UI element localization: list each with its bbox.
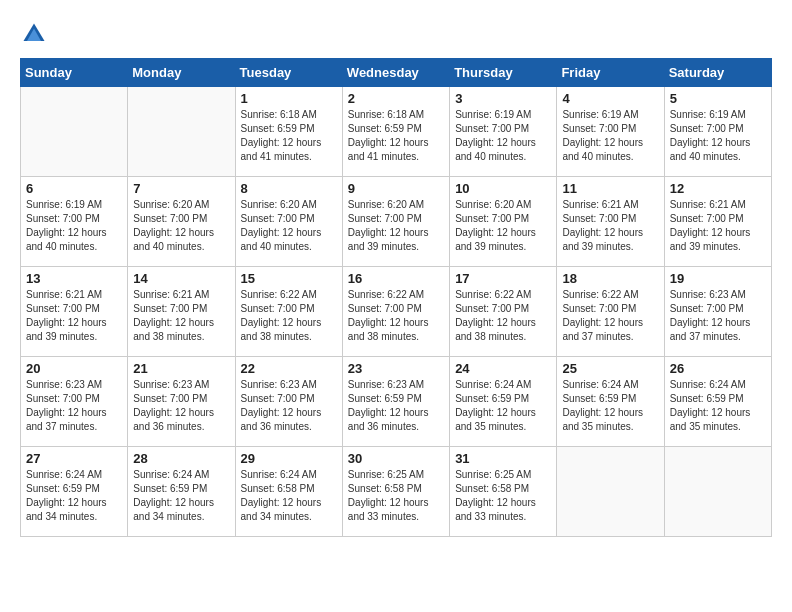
day-number: 8 xyxy=(241,181,337,196)
calendar-header-row: SundayMondayTuesdayWednesdayThursdayFrid… xyxy=(21,59,772,87)
calendar-cell: 10Sunrise: 6:20 AM Sunset: 7:00 PM Dayli… xyxy=(450,177,557,267)
day-number: 28 xyxy=(133,451,229,466)
calendar-week-row: 6Sunrise: 6:19 AM Sunset: 7:00 PM Daylig… xyxy=(21,177,772,267)
day-number: 15 xyxy=(241,271,337,286)
day-number: 27 xyxy=(26,451,122,466)
day-info: Sunrise: 6:23 AM Sunset: 7:00 PM Dayligh… xyxy=(670,288,766,344)
day-info: Sunrise: 6:22 AM Sunset: 7:00 PM Dayligh… xyxy=(562,288,658,344)
day-of-week-header: Wednesday xyxy=(342,59,449,87)
calendar-cell: 5Sunrise: 6:19 AM Sunset: 7:00 PM Daylig… xyxy=(664,87,771,177)
day-info: Sunrise: 6:25 AM Sunset: 6:58 PM Dayligh… xyxy=(455,468,551,524)
day-info: Sunrise: 6:19 AM Sunset: 7:00 PM Dayligh… xyxy=(670,108,766,164)
day-info: Sunrise: 6:18 AM Sunset: 6:59 PM Dayligh… xyxy=(241,108,337,164)
day-number: 10 xyxy=(455,181,551,196)
day-info: Sunrise: 6:20 AM Sunset: 7:00 PM Dayligh… xyxy=(348,198,444,254)
day-number: 29 xyxy=(241,451,337,466)
day-info: Sunrise: 6:22 AM Sunset: 7:00 PM Dayligh… xyxy=(348,288,444,344)
day-info: Sunrise: 6:23 AM Sunset: 7:00 PM Dayligh… xyxy=(26,378,122,434)
day-number: 26 xyxy=(670,361,766,376)
calendar-cell: 24Sunrise: 6:24 AM Sunset: 6:59 PM Dayli… xyxy=(450,357,557,447)
calendar-cell: 23Sunrise: 6:23 AM Sunset: 6:59 PM Dayli… xyxy=(342,357,449,447)
calendar-cell: 31Sunrise: 6:25 AM Sunset: 6:58 PM Dayli… xyxy=(450,447,557,537)
day-number: 1 xyxy=(241,91,337,106)
calendar-cell: 4Sunrise: 6:19 AM Sunset: 7:00 PM Daylig… xyxy=(557,87,664,177)
day-info: Sunrise: 6:21 AM Sunset: 7:00 PM Dayligh… xyxy=(670,198,766,254)
calendar-cell: 9Sunrise: 6:20 AM Sunset: 7:00 PM Daylig… xyxy=(342,177,449,267)
day-of-week-header: Tuesday xyxy=(235,59,342,87)
day-number: 12 xyxy=(670,181,766,196)
calendar-cell: 25Sunrise: 6:24 AM Sunset: 6:59 PM Dayli… xyxy=(557,357,664,447)
calendar-cell: 19Sunrise: 6:23 AM Sunset: 7:00 PM Dayli… xyxy=(664,267,771,357)
day-number: 9 xyxy=(348,181,444,196)
day-info: Sunrise: 6:24 AM Sunset: 6:58 PM Dayligh… xyxy=(241,468,337,524)
day-info: Sunrise: 6:24 AM Sunset: 6:59 PM Dayligh… xyxy=(562,378,658,434)
calendar-cell: 6Sunrise: 6:19 AM Sunset: 7:00 PM Daylig… xyxy=(21,177,128,267)
calendar-cell xyxy=(557,447,664,537)
day-number: 13 xyxy=(26,271,122,286)
calendar-cell xyxy=(21,87,128,177)
day-number: 6 xyxy=(26,181,122,196)
calendar-cell: 27Sunrise: 6:24 AM Sunset: 6:59 PM Dayli… xyxy=(21,447,128,537)
calendar-cell: 2Sunrise: 6:18 AM Sunset: 6:59 PM Daylig… xyxy=(342,87,449,177)
page-header xyxy=(20,20,772,48)
calendar-cell: 1Sunrise: 6:18 AM Sunset: 6:59 PM Daylig… xyxy=(235,87,342,177)
day-info: Sunrise: 6:23 AM Sunset: 7:00 PM Dayligh… xyxy=(133,378,229,434)
day-info: Sunrise: 6:21 AM Sunset: 7:00 PM Dayligh… xyxy=(133,288,229,344)
calendar-cell: 29Sunrise: 6:24 AM Sunset: 6:58 PM Dayli… xyxy=(235,447,342,537)
calendar-cell: 28Sunrise: 6:24 AM Sunset: 6:59 PM Dayli… xyxy=(128,447,235,537)
day-info: Sunrise: 6:18 AM Sunset: 6:59 PM Dayligh… xyxy=(348,108,444,164)
calendar-cell: 21Sunrise: 6:23 AM Sunset: 7:00 PM Dayli… xyxy=(128,357,235,447)
day-info: Sunrise: 6:24 AM Sunset: 6:59 PM Dayligh… xyxy=(26,468,122,524)
day-number: 11 xyxy=(562,181,658,196)
day-info: Sunrise: 6:22 AM Sunset: 7:00 PM Dayligh… xyxy=(455,288,551,344)
day-info: Sunrise: 6:19 AM Sunset: 7:00 PM Dayligh… xyxy=(562,108,658,164)
day-number: 16 xyxy=(348,271,444,286)
day-number: 2 xyxy=(348,91,444,106)
calendar-cell: 7Sunrise: 6:20 AM Sunset: 7:00 PM Daylig… xyxy=(128,177,235,267)
calendar-cell: 15Sunrise: 6:22 AM Sunset: 7:00 PM Dayli… xyxy=(235,267,342,357)
day-info: Sunrise: 6:20 AM Sunset: 7:00 PM Dayligh… xyxy=(455,198,551,254)
calendar-cell: 26Sunrise: 6:24 AM Sunset: 6:59 PM Dayli… xyxy=(664,357,771,447)
calendar-cell: 30Sunrise: 6:25 AM Sunset: 6:58 PM Dayli… xyxy=(342,447,449,537)
day-number: 5 xyxy=(670,91,766,106)
day-info: Sunrise: 6:23 AM Sunset: 6:59 PM Dayligh… xyxy=(348,378,444,434)
calendar-cell: 3Sunrise: 6:19 AM Sunset: 7:00 PM Daylig… xyxy=(450,87,557,177)
calendar-week-row: 27Sunrise: 6:24 AM Sunset: 6:59 PM Dayli… xyxy=(21,447,772,537)
day-info: Sunrise: 6:19 AM Sunset: 7:00 PM Dayligh… xyxy=(26,198,122,254)
day-info: Sunrise: 6:19 AM Sunset: 7:00 PM Dayligh… xyxy=(455,108,551,164)
day-number: 24 xyxy=(455,361,551,376)
day-number: 3 xyxy=(455,91,551,106)
calendar-week-row: 13Sunrise: 6:21 AM Sunset: 7:00 PM Dayli… xyxy=(21,267,772,357)
day-of-week-header: Monday xyxy=(128,59,235,87)
day-info: Sunrise: 6:23 AM Sunset: 7:00 PM Dayligh… xyxy=(241,378,337,434)
calendar-cell: 17Sunrise: 6:22 AM Sunset: 7:00 PM Dayli… xyxy=(450,267,557,357)
day-number: 25 xyxy=(562,361,658,376)
day-of-week-header: Sunday xyxy=(21,59,128,87)
logo xyxy=(20,20,50,48)
calendar-cell: 18Sunrise: 6:22 AM Sunset: 7:00 PM Dayli… xyxy=(557,267,664,357)
day-info: Sunrise: 6:20 AM Sunset: 7:00 PM Dayligh… xyxy=(133,198,229,254)
day-number: 23 xyxy=(348,361,444,376)
day-info: Sunrise: 6:21 AM Sunset: 7:00 PM Dayligh… xyxy=(562,198,658,254)
calendar-cell: 22Sunrise: 6:23 AM Sunset: 7:00 PM Dayli… xyxy=(235,357,342,447)
calendar-week-row: 1Sunrise: 6:18 AM Sunset: 6:59 PM Daylig… xyxy=(21,87,772,177)
logo-icon xyxy=(20,20,48,48)
day-number: 18 xyxy=(562,271,658,286)
day-number: 19 xyxy=(670,271,766,286)
calendar: SundayMondayTuesdayWednesdayThursdayFrid… xyxy=(20,58,772,537)
day-number: 30 xyxy=(348,451,444,466)
day-info: Sunrise: 6:24 AM Sunset: 6:59 PM Dayligh… xyxy=(133,468,229,524)
day-number: 31 xyxy=(455,451,551,466)
day-number: 7 xyxy=(133,181,229,196)
day-of-week-header: Friday xyxy=(557,59,664,87)
day-number: 4 xyxy=(562,91,658,106)
calendar-cell xyxy=(128,87,235,177)
calendar-cell: 16Sunrise: 6:22 AM Sunset: 7:00 PM Dayli… xyxy=(342,267,449,357)
day-number: 17 xyxy=(455,271,551,286)
day-info: Sunrise: 6:21 AM Sunset: 7:00 PM Dayligh… xyxy=(26,288,122,344)
calendar-cell: 13Sunrise: 6:21 AM Sunset: 7:00 PM Dayli… xyxy=(21,267,128,357)
day-info: Sunrise: 6:24 AM Sunset: 6:59 PM Dayligh… xyxy=(455,378,551,434)
day-info: Sunrise: 6:20 AM Sunset: 7:00 PM Dayligh… xyxy=(241,198,337,254)
calendar-cell: 20Sunrise: 6:23 AM Sunset: 7:00 PM Dayli… xyxy=(21,357,128,447)
calendar-cell: 14Sunrise: 6:21 AM Sunset: 7:00 PM Dayli… xyxy=(128,267,235,357)
